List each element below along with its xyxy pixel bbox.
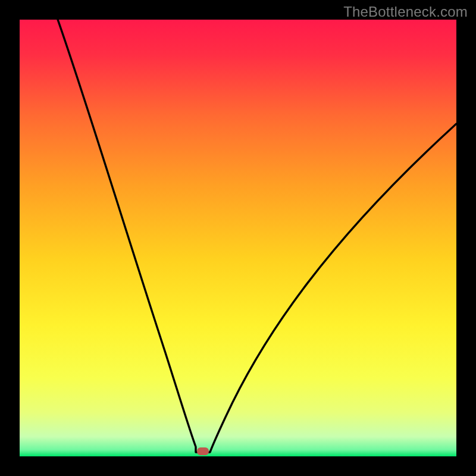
- chart-plot-area: [20, 20, 456, 456]
- chart-frame: TheBottleneck.com: [0, 0, 476, 476]
- chart-svg: [20, 20, 456, 456]
- watermark-text: TheBottleneck.com: [343, 4, 468, 20]
- optimal-marker: [197, 447, 209, 455]
